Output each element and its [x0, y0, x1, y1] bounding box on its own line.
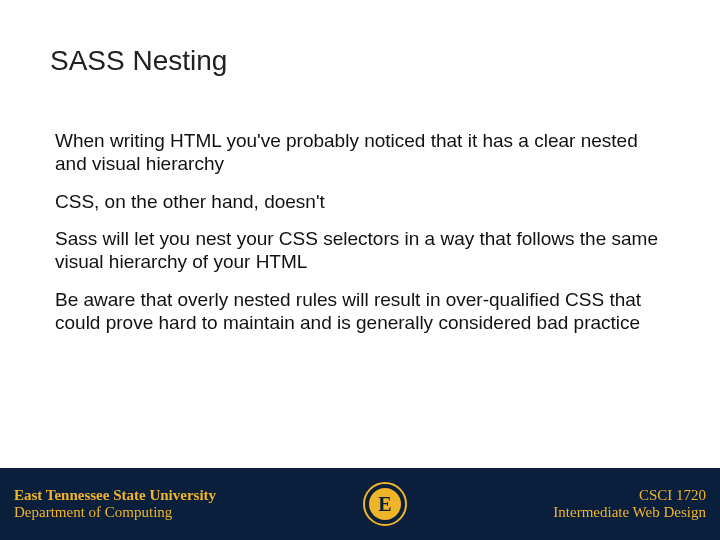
- footer: East Tennessee State University Departme…: [0, 468, 720, 540]
- paragraph: Be aware that overly nested rules will r…: [55, 289, 665, 335]
- footer-course-code: CSCI 1720: [639, 487, 706, 504]
- slide: SASS Nesting When writing HTML you've pr…: [0, 0, 720, 540]
- slide-title: SASS Nesting: [50, 45, 227, 77]
- paragraph: Sass will let you nest your CSS selector…: [55, 228, 665, 274]
- footer-institution: East Tennessee State University: [14, 487, 216, 504]
- etsu-logo-icon: E: [363, 482, 407, 526]
- footer-left: East Tennessee State University Departme…: [14, 487, 216, 522]
- footer-course-name: Intermediate Web Design: [553, 504, 706, 521]
- footer-center: E: [363, 482, 407, 526]
- title-area: SASS Nesting: [50, 45, 227, 77]
- content-area: When writing HTML you've probably notice…: [55, 130, 665, 350]
- footer-department: Department of Computing: [14, 504, 216, 521]
- paragraph: When writing HTML you've probably notice…: [55, 130, 665, 176]
- footer-right: CSCI 1720 Intermediate Web Design: [553, 487, 706, 522]
- paragraph: CSS, on the other hand, doesn't: [55, 191, 665, 214]
- svg-text:E: E: [378, 493, 391, 515]
